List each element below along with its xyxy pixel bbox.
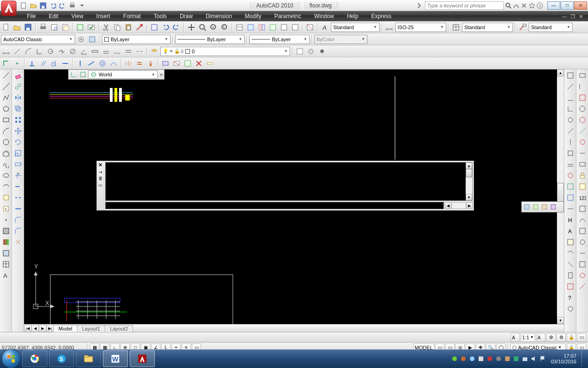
- rb5-icon[interactable]: [577, 115, 588, 125]
- qnew-button[interactable]: [19, 1, 28, 10]
- rb2-icon[interactable]: [577, 81, 588, 92]
- r21-icon[interactable]: ?: [565, 293, 575, 303]
- hatch-icon[interactable]: [1, 226, 11, 236]
- ft-icon-4[interactable]: [549, 203, 557, 211]
- ft-icon-2[interactable]: [531, 203, 540, 211]
- tray-icon-2[interactable]: [460, 356, 467, 362]
- erase-icon[interactable]: [13, 70, 23, 81]
- canvas-scroll-down-icon[interactable]: ▼: [557, 317, 564, 324]
- r17-icon[interactable]: [565, 248, 575, 258]
- menu-edit[interactable]: Edit: [42, 12, 65, 20]
- extend-icon[interactable]: [13, 181, 23, 192]
- makeblock-icon[interactable]: +: [1, 204, 11, 214]
- mdi-restore[interactable]: ❐: [569, 13, 577, 19]
- rb7-icon[interactable]: [577, 137, 588, 147]
- canvas-scroll-up-icon[interactable]: ▲: [557, 69, 564, 76]
- markup-icon[interactable]: [279, 22, 289, 32]
- workspace-settings-icon[interactable]: [76, 34, 86, 44]
- cut-icon[interactable]: [101, 22, 111, 32]
- revcloud-icon[interactable]: [1, 148, 11, 158]
- menu-format[interactable]: Format: [117, 12, 147, 20]
- tray-icon-5[interactable]: [487, 356, 493, 362]
- layer-color-combo[interactable]: ByLayer▼: [102, 35, 171, 44]
- dim-jogged-icon[interactable]: [57, 46, 67, 56]
- param-mgr-icon[interactable]: [183, 58, 193, 69]
- layer-state-icon[interactable]: [295, 46, 305, 56]
- tab-last-icon[interactable]: ▶|: [46, 325, 54, 332]
- copy-obj-icon[interactable]: [13, 81, 23, 92]
- sheetsetmgr-icon[interactable]: [268, 22, 278, 32]
- dim-diameter-icon[interactable]: [68, 46, 78, 56]
- r19-icon[interactable]: [565, 270, 575, 281]
- hw-accel-icon[interactable]: ▭: [577, 333, 586, 342]
- tray-icon-1[interactable]: [451, 356, 458, 362]
- block-editor-icon[interactable]: [149, 22, 159, 32]
- fillet-icon[interactable]: [13, 226, 23, 236]
- ucs-combo[interactable]: World▼: [88, 70, 158, 79]
- open-button[interactable]: [29, 1, 38, 10]
- matchprop-icon[interactable]: [134, 22, 145, 32]
- geo-equal-icon[interactable]: [134, 58, 145, 69]
- show-constraints-icon[interactable]: [160, 58, 171, 69]
- zoom-previous-icon[interactable]: [220, 22, 230, 32]
- command-scrollbar-h[interactable]: ◀ ▶: [445, 202, 473, 209]
- anno-auto-icon[interactable]: ⚙: [546, 333, 556, 342]
- zoom-realtime-icon[interactable]: [197, 22, 208, 32]
- show-desktop-button[interactable]: [582, 350, 586, 367]
- tablestyle-icon[interactable]: [451, 22, 461, 32]
- dim-linear-icon[interactable]: [1, 46, 11, 56]
- region-icon[interactable]: [1, 248, 11, 258]
- rb13-icon[interactable]: [577, 204, 588, 214]
- menu-view[interactable]: View: [65, 12, 90, 20]
- tray-volume-icon[interactable]: [531, 356, 537, 362]
- lock-ui-icon[interactable]: 🔒: [567, 333, 576, 342]
- open-icon[interactable]: [12, 22, 22, 32]
- geo-fix-icon[interactable]: [145, 58, 156, 69]
- hide-constraints-icon[interactable]: [171, 58, 182, 69]
- batch-icon[interactable]: [86, 22, 96, 32]
- undo-icon[interactable]: [160, 22, 171, 32]
- point-icon[interactable]: [1, 215, 11, 225]
- favorite-icon[interactable]: [529, 2, 535, 9]
- rectangle-icon[interactable]: [1, 115, 11, 125]
- menu-parametric[interactable]: Parametric: [268, 12, 308, 20]
- publish-icon[interactable]: [60, 22, 70, 32]
- tab-layout1[interactable]: Layout1: [77, 325, 105, 332]
- dim-angular-icon[interactable]: [79, 46, 89, 56]
- tray-icon-7[interactable]: [504, 356, 511, 362]
- exchange-icon[interactable]: [521, 2, 527, 9]
- layer-freeze-icon[interactable]: ❄: [317, 46, 327, 56]
- rb4-icon[interactable]: [577, 104, 588, 114]
- r5-icon[interactable]: [565, 115, 575, 125]
- dim-aligned-icon[interactable]: [12, 46, 22, 56]
- menu-draw[interactable]: Draw: [173, 12, 199, 20]
- designcenter-icon[interactable]: [246, 22, 256, 32]
- r1-icon[interactable]: [565, 70, 575, 81]
- taskbar-chrome[interactable]: [22, 350, 47, 367]
- quickcalc-icon[interactable]: [290, 22, 300, 32]
- tab-model[interactable]: Model: [53, 325, 77, 332]
- dim-space-icon[interactable]: [123, 46, 133, 56]
- r7-icon[interactable]: [565, 137, 575, 147]
- subscription-icon[interactable]: [513, 2, 519, 9]
- dim-break-icon[interactable]: [134, 46, 145, 56]
- join-icon[interactable]: [13, 204, 23, 214]
- r18-icon[interactable]: [565, 259, 575, 269]
- taskbar-skype[interactable]: S: [49, 350, 74, 367]
- menu-file[interactable]: File: [20, 12, 42, 20]
- pan-icon[interactable]: [186, 22, 196, 32]
- taskbar-clock[interactable]: 17:07 03/10/2016: [551, 353, 576, 364]
- r20-icon[interactable]: [565, 281, 575, 292]
- r14-icon[interactable]: H: [565, 215, 575, 225]
- menu-insert[interactable]: Insert: [90, 12, 117, 20]
- rb3-icon[interactable]: [577, 93, 588, 103]
- r11-icon[interactable]: [565, 181, 575, 192]
- search-icon[interactable]: [505, 2, 512, 9]
- r10-icon[interactable]: [565, 170, 575, 181]
- anno-vis-icon[interactable]: A: [536, 333, 545, 342]
- scroll-left-icon[interactable]: ◀: [445, 202, 451, 209]
- tray-icon-4[interactable]: [478, 356, 484, 362]
- anno-scale-icon[interactable]: A: [511, 333, 520, 342]
- redo-icon[interactable]: [171, 22, 182, 32]
- geo-horizontal-icon[interactable]: [60, 58, 70, 69]
